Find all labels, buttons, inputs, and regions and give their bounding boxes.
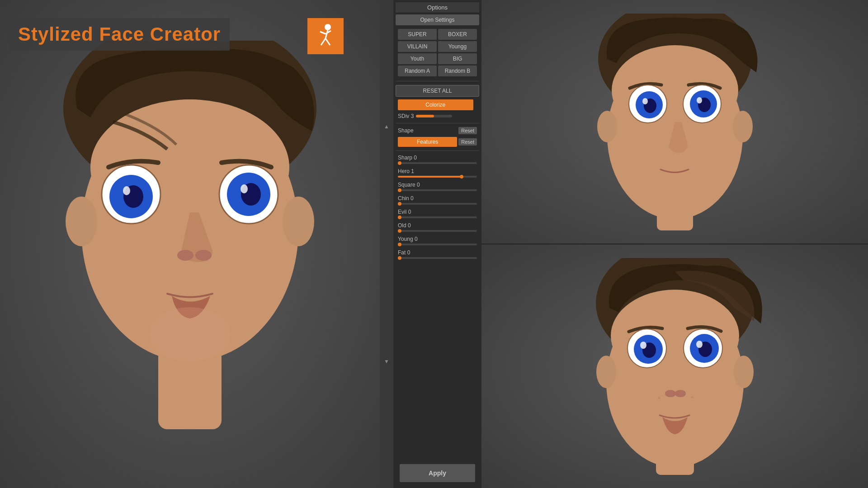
square-label: Square 0 (398, 182, 477, 188)
svg-point-45 (691, 396, 693, 398)
reset-all-button[interactable]: RESET ALL (396, 85, 479, 97)
svg-point-19 (177, 250, 193, 261)
evil-track[interactable] (398, 216, 477, 218)
slider-sharp: Sharp 0 (396, 153, 479, 167)
fat-thumb[interactable] (398, 256, 401, 260)
young-track[interactable] (398, 244, 477, 245)
svg-point-39 (733, 111, 753, 142)
down-arrow-icon[interactable]: ▼ (384, 358, 389, 365)
svg-point-38 (597, 111, 617, 142)
slider-square: Square 0 (396, 180, 479, 194)
svg-point-34 (642, 98, 648, 104)
divider-2 (396, 123, 479, 123)
title-overlay: Stylized Face Creator (9, 18, 230, 51)
svg-rect-60 (656, 457, 694, 475)
svg-line-2 (321, 38, 326, 45)
right-face-front-svg (580, 14, 770, 230)
slider-hero: Hero 1 (396, 167, 479, 180)
preset-boxer-button[interactable]: BOXER (438, 29, 477, 40)
preset-super-button[interactable]: SUPER (398, 29, 437, 40)
shape-label: Shape (398, 127, 414, 134)
svg-point-43 (611, 290, 739, 382)
right-viewports (481, 0, 868, 488)
chin-thumb[interactable] (398, 202, 401, 206)
features-button[interactable]: Features (398, 137, 457, 147)
chin-track[interactable] (398, 203, 477, 205)
sharp-thumb[interactable] (398, 161, 401, 165)
slider-evil: Evil 0 (396, 207, 479, 221)
up-arrow-icon[interactable]: ▲ (384, 123, 389, 130)
square-track[interactable] (398, 189, 477, 191)
evil-label: Evil 0 (398, 209, 477, 215)
young-label: Young 0 (398, 236, 477, 242)
right-section: Options Open Settings SUPER BOXER VILLAI… (393, 0, 868, 488)
svg-point-24 (149, 307, 231, 361)
preset-villain-button[interactable]: VILLAIN (398, 41, 437, 52)
evil-thumb[interactable] (398, 216, 401, 219)
svg-point-58 (596, 356, 616, 388)
main-face-render (0, 0, 380, 488)
slider-old: Old 0 (396, 221, 479, 235)
svg-point-0 (325, 24, 331, 30)
slider-fat: Fat 0 (396, 248, 479, 262)
sdiv-slider-fill (416, 115, 434, 117)
sdiv-slider[interactable] (416, 115, 452, 117)
svg-line-4 (320, 32, 326, 34)
svg-point-59 (734, 356, 754, 388)
shape-reset-button[interactable]: Reset (458, 127, 477, 134)
divider-3 (396, 150, 479, 151)
sdiv-row: SDiv 3 (396, 112, 479, 121)
young-thumb[interactable] (398, 243, 401, 246)
fat-label: Fat 0 (398, 249, 477, 256)
chin-label: Chin 0 (398, 195, 477, 202)
fat-track[interactable] (398, 257, 477, 259)
zbrush-logo (307, 18, 344, 54)
preset-big-button[interactable]: BIG (438, 53, 477, 64)
sharp-track[interactable] (398, 162, 477, 164)
svg-point-16 (241, 184, 248, 193)
svg-point-22 (283, 197, 314, 246)
shape-row: Shape Reset (396, 126, 479, 136)
svg-point-15 (123, 186, 130, 195)
old-label: Old 0 (398, 222, 477, 229)
hero-track[interactable] (398, 176, 477, 178)
old-track[interactable] (398, 230, 477, 232)
svg-point-52 (640, 342, 646, 349)
svg-point-57 (675, 390, 686, 397)
square-thumb[interactable] (398, 188, 401, 192)
svg-point-20 (195, 250, 212, 261)
ui-panel: Options Open Settings SUPER BOXER VILLAI… (393, 0, 481, 488)
hero-thumb[interactable] (460, 175, 463, 178)
preset-random-b-button[interactable]: Random B (438, 66, 477, 76)
svg-point-21 (66, 197, 97, 246)
preset-youngg-button[interactable]: Youngg (438, 41, 477, 52)
right-face-front2-svg (580, 258, 770, 475)
svg-point-35 (697, 97, 702, 103)
svg-point-56 (665, 390, 676, 397)
open-settings-button[interactable]: Open Settings (396, 14, 479, 25)
slider-young: Young 0 (396, 235, 479, 248)
svg-point-53 (696, 341, 703, 348)
svg-line-3 (326, 38, 330, 45)
preset-grid: SUPER BOXER VILLAIN Youngg Youth BIG Ran… (396, 27, 479, 79)
side-sliders-strip: ▲ ▼ (380, 0, 393, 488)
old-thumb[interactable] (398, 229, 401, 233)
divider-1 (396, 81, 479, 81)
right-viewport-bottom (481, 244, 868, 488)
apply-button[interactable]: Apply (400, 464, 475, 482)
right-viewport-top (481, 0, 868, 244)
preset-youth-button[interactable]: Youth (398, 53, 437, 64)
features-row: Features Reset (396, 136, 479, 148)
svg-point-44 (658, 397, 660, 399)
colorize-button[interactable]: Colorize (398, 99, 473, 110)
zbrush-icon-svg (312, 23, 339, 50)
slider-chin: Chin 0 (396, 194, 479, 207)
features-reset-button[interactable]: Reset (458, 138, 477, 145)
sdiv-label: SDiv 3 (398, 113, 414, 119)
main-viewport: Stylized Face Creator (0, 0, 380, 488)
main-face-svg (32, 41, 348, 447)
svg-line-5 (326, 31, 331, 34)
options-header: Options (396, 2, 479, 13)
preset-random-a-button[interactable]: Random A (398, 66, 437, 76)
hero-label: Hero 1 (398, 168, 477, 174)
